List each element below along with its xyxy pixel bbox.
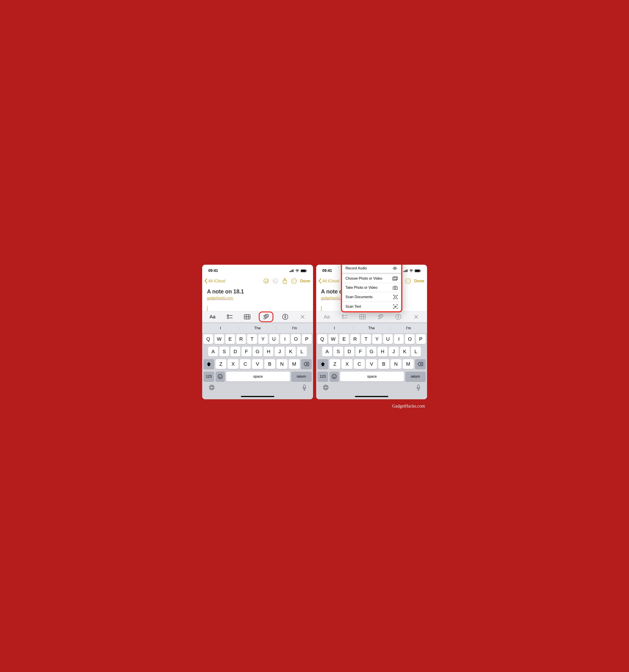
shift-key[interactable] xyxy=(203,359,214,369)
key-V[interactable]: V xyxy=(252,359,263,369)
take-photo-item[interactable]: Take Photo or Video xyxy=(342,283,401,292)
key-O[interactable]: O xyxy=(405,334,414,344)
numbers-key[interactable]: 123 xyxy=(203,371,214,381)
key-L[interactable]: L xyxy=(297,347,307,357)
key-U[interactable]: U xyxy=(269,334,279,344)
close-toolbar-button[interactable] xyxy=(410,312,422,321)
key-S[interactable]: S xyxy=(219,347,229,357)
home-indicator[interactable] xyxy=(241,396,274,397)
key-X[interactable]: X xyxy=(342,359,352,369)
home-indicator[interactable] xyxy=(355,396,388,397)
note-editor[interactable]: A note on 18.1 gadgethacks.com xyxy=(202,287,313,311)
checklist-button[interactable] xyxy=(224,312,235,321)
key-J[interactable]: J xyxy=(275,347,284,357)
key-N[interactable]: N xyxy=(391,359,401,369)
key-M[interactable]: M xyxy=(289,359,300,369)
key-R[interactable]: R xyxy=(236,334,246,344)
key-E[interactable]: E xyxy=(225,334,235,344)
back-button[interactable]: All iCloud xyxy=(318,279,339,283)
back-button[interactable]: All iCloud xyxy=(204,279,225,283)
choose-photo-item[interactable]: Choose Photo or Video xyxy=(342,274,401,283)
redo-button[interactable] xyxy=(271,278,280,284)
key-T[interactable]: T xyxy=(361,334,371,344)
emoji-key[interactable] xyxy=(216,371,225,381)
attach-button[interactable] xyxy=(375,312,386,321)
return-key[interactable]: return xyxy=(291,371,312,381)
suggestion-2[interactable]: The xyxy=(353,326,390,331)
space-key[interactable]: space xyxy=(340,371,404,381)
key-Y[interactable]: Y xyxy=(258,334,268,344)
done-button[interactable]: Done xyxy=(414,279,424,283)
key-H[interactable]: H xyxy=(263,347,273,357)
key-T[interactable]: T xyxy=(247,334,257,344)
globe-icon[interactable] xyxy=(323,385,329,390)
key-F[interactable]: F xyxy=(242,347,251,357)
shift-key[interactable] xyxy=(318,359,328,369)
delete-key[interactable] xyxy=(301,359,312,369)
share-button[interactable] xyxy=(280,278,289,284)
key-N[interactable]: N xyxy=(277,359,287,369)
key-Z[interactable]: Z xyxy=(216,359,226,369)
key-L[interactable]: L xyxy=(411,347,421,357)
key-X[interactable]: X xyxy=(228,359,238,369)
suggestion-3[interactable]: I'm xyxy=(390,326,427,331)
key-R[interactable]: R xyxy=(350,334,360,344)
markup-button[interactable] xyxy=(393,312,404,321)
key-W[interactable]: W xyxy=(328,334,338,344)
table-button[interactable] xyxy=(242,312,253,321)
mic-icon[interactable] xyxy=(417,385,420,391)
attach-button[interactable] xyxy=(259,311,273,322)
key-K[interactable]: K xyxy=(286,347,296,357)
key-G[interactable]: G xyxy=(367,347,377,357)
space-key[interactable]: space xyxy=(226,371,290,381)
suggestion-1[interactable]: I xyxy=(316,326,353,331)
key-C[interactable]: C xyxy=(240,359,251,369)
key-M[interactable]: M xyxy=(403,359,414,369)
note-editor[interactable]: A note on 18.1 gadgethacks.com Attach Fi… xyxy=(316,287,427,311)
more-button[interactable] xyxy=(404,278,412,284)
key-A[interactable]: A xyxy=(208,347,218,357)
key-A[interactable]: A xyxy=(322,347,332,357)
key-H[interactable]: H xyxy=(378,347,387,357)
numbers-key[interactable]: 123 xyxy=(318,371,328,381)
record-audio-item[interactable]: Record Audio xyxy=(342,265,401,273)
suggestion-3[interactable]: I'm xyxy=(276,326,313,331)
key-Q[interactable]: Q xyxy=(317,334,327,344)
key-I[interactable]: I xyxy=(394,334,404,344)
table-button[interactable] xyxy=(357,312,368,321)
emoji-key[interactable] xyxy=(329,371,339,381)
key-P[interactable]: P xyxy=(416,334,426,344)
more-button[interactable] xyxy=(290,278,299,284)
key-B[interactable]: B xyxy=(378,359,389,369)
key-J[interactable]: J xyxy=(389,347,399,357)
note-link[interactable]: gadgethacks.com xyxy=(207,296,233,300)
key-Q[interactable]: Q xyxy=(203,334,213,344)
key-B[interactable]: B xyxy=(264,359,275,369)
markup-button[interactable] xyxy=(280,312,291,321)
key-W[interactable]: W xyxy=(215,334,224,344)
done-button[interactable]: Done xyxy=(300,279,310,283)
key-S[interactable]: S xyxy=(333,347,343,357)
key-Y[interactable]: Y xyxy=(372,334,382,344)
key-I[interactable]: I xyxy=(280,334,290,344)
key-D[interactable]: D xyxy=(230,347,240,357)
key-K[interactable]: K xyxy=(400,347,410,357)
key-U[interactable]: U xyxy=(383,334,393,344)
key-C[interactable]: C xyxy=(354,359,365,369)
globe-icon[interactable] xyxy=(209,385,215,390)
suggestion-2[interactable]: The xyxy=(239,326,276,331)
key-Z[interactable]: Z xyxy=(329,359,341,369)
text-format-button[interactable]: Aa xyxy=(321,312,332,321)
key-O[interactable]: O xyxy=(291,334,301,344)
text-format-button[interactable]: Aa xyxy=(207,312,218,321)
key-V[interactable]: V xyxy=(366,359,377,369)
key-P[interactable]: P xyxy=(302,334,311,344)
scan-text-item[interactable]: Scan Text xyxy=(342,302,401,311)
key-E[interactable]: E xyxy=(339,334,349,344)
return-key[interactable]: return xyxy=(405,371,426,381)
key-G[interactable]: G xyxy=(253,347,262,357)
checklist-button[interactable] xyxy=(339,312,350,321)
suggestion-1[interactable]: I xyxy=(202,326,239,331)
scan-documents-item[interactable]: Scan Documents xyxy=(342,292,401,302)
close-toolbar-button[interactable] xyxy=(297,312,308,321)
